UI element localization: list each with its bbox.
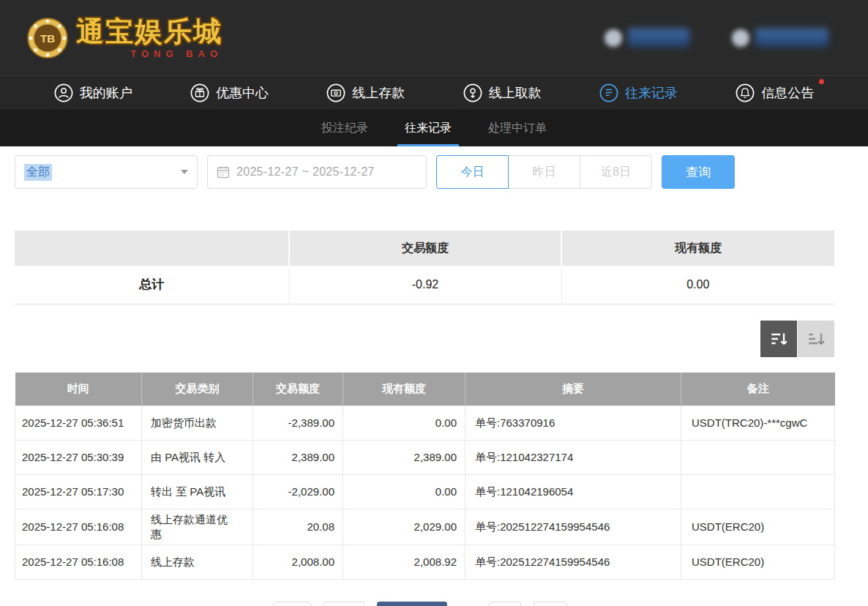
summary-total-row: 总计 -0.92 0.00 — [15, 266, 834, 304]
withdraw-icon — [463, 83, 482, 102]
redacted-username — [755, 29, 828, 48]
nav-item-transaction-records[interactable]: 往来记录 — [599, 83, 678, 102]
top-header: TB 通宝娱乐城 TONG BAO — [0, 0, 868, 75]
tab-betting-records[interactable]: 投注纪录 — [314, 110, 375, 146]
cell-type: 线上存款通道优惠 — [142, 509, 253, 545]
records-header-row: 时间 交易类别 交易额度 现有额度 摘要 备注 — [15, 373, 835, 406]
cell-type: 由 PA视讯 转入 — [142, 441, 253, 475]
col-header-summary: 摘要 — [465, 373, 681, 406]
col-header-amount: 交易额度 — [253, 373, 343, 406]
sort-ascending-button[interactable] — [798, 321, 834, 357]
user-area — [605, 29, 828, 48]
pagination-last-button[interactable] — [534, 602, 567, 606]
cell-amount: -2,029.00 — [253, 475, 343, 509]
user-account-group[interactable] — [732, 29, 828, 48]
records-tbody: 2025-12-27 05:36:51 加密货币出款 -2,389.00 0.0… — [15, 406, 835, 580]
nav-label: 往来记录 — [625, 84, 678, 102]
today-button[interactable]: 今日 — [436, 155, 509, 189]
tab-processing-orders[interactable]: 处理中订单 — [481, 110, 554, 146]
cell-summary: 单号:202512274159954546 — [465, 545, 681, 580]
type-select-value: 全部 — [24, 164, 52, 181]
cell-amount: 2,389.00 — [253, 441, 343, 475]
pagination-prev-button[interactable] — [323, 602, 364, 606]
cell-time: 2025-12-27 05:16:08 — [15, 509, 142, 545]
wallet-icon — [605, 29, 622, 47]
brand-logo: TB 通宝娱乐城 TONG BAO — [26, 17, 222, 59]
cell-balance: 2,008.92 — [343, 545, 465, 580]
date-range-value: 2025-12-27 ~ 2025-12-27 — [236, 165, 375, 179]
cell-amount: 20.08 — [253, 509, 343, 545]
user-balance-group[interactable] — [605, 29, 689, 48]
type-select[interactable]: 全部 — [15, 155, 198, 189]
pagination-next-button[interactable] — [489, 602, 521, 606]
sort-asc-icon — [807, 329, 826, 348]
summary-table: 交易额度 现有额度 总计 -0.92 0.00 — [15, 231, 834, 304]
logo-chip-icon: TB — [26, 17, 69, 59]
sort-desc-icon — [769, 329, 788, 348]
date-range-input[interactable]: 2025-12-27 ~ 2025-12-27 — [207, 155, 427, 189]
chevron-down-icon — [181, 170, 188, 174]
cell-summary: 单号:202512274159954546 — [465, 509, 681, 545]
pagination-first-button[interactable] — [273, 602, 311, 606]
notification-dot — [819, 79, 824, 84]
cell-time: 2025-12-27 05:36:51 — [15, 406, 142, 441]
tab-label: 处理中订单 — [488, 121, 547, 136]
sort-descending-button[interactable] — [760, 321, 797, 357]
summary-balance-total: 0.00 — [561, 266, 834, 304]
summary-total-label: 总计 — [15, 266, 289, 304]
tab-label: 投注纪录 — [321, 121, 368, 136]
nav-label: 线上存款 — [352, 84, 405, 102]
nav-item-my-account[interactable]: 我的账户 — [54, 83, 132, 102]
summary-header-empty — [15, 231, 289, 266]
nav-label: 优惠中心 — [216, 84, 269, 102]
cell-summary: 单号:763370916 — [465, 406, 681, 441]
cell-type: 加密货币出款 — [142, 406, 253, 441]
records-icon — [599, 83, 618, 102]
sub-nav: 投注纪录 往来记录 处理中订单 — [0, 110, 868, 146]
nav-item-promotions[interactable]: 优惠中心 — [190, 83, 269, 102]
summary-transaction-total: -0.92 — [289, 266, 561, 304]
calendar-icon — [217, 165, 230, 179]
main-nav: 我的账户 优惠中心 线上存款 线上取款 往来记录 — [0, 75, 868, 110]
pagination — [0, 602, 854, 606]
cell-amount: 2,008.00 — [253, 545, 343, 580]
cell-note: USDT(ERC20) — [681, 545, 835, 580]
search-button[interactable]: 查询 — [662, 155, 735, 189]
quick-date-group: 今日 昨日 近8日 — [436, 155, 652, 189]
last-8-days-button[interactable]: 近8日 — [580, 155, 652, 189]
pagination-page-select[interactable] — [377, 602, 447, 606]
sort-bar — [0, 321, 834, 357]
cell-summary: 单号:121042196054 — [465, 475, 681, 509]
yesterday-button[interactable]: 昨日 — [508, 155, 580, 189]
cell-balance: 2,029.00 — [343, 509, 465, 545]
cell-balance: 0.00 — [343, 406, 465, 441]
cell-time: 2025-12-27 05:30:39 — [15, 441, 142, 475]
nav-item-announcements[interactable]: 信息公告 — [736, 83, 814, 102]
cell-balance: 0.00 — [343, 475, 465, 509]
gift-icon — [190, 83, 209, 102]
summary-header-row: 交易额度 现有额度 — [15, 231, 834, 266]
nav-label: 信息公告 — [761, 84, 814, 102]
cell-note: USDT(ERC20) — [681, 509, 835, 545]
col-header-type: 交易类别 — [142, 373, 253, 406]
logo-badge-text: TB — [40, 32, 55, 45]
cell-type: 转出 至 PA视讯 — [142, 475, 253, 509]
table-row: 2025-12-27 05:36:51 加密货币出款 -2,389.00 0.0… — [15, 406, 835, 441]
table-row: 2025-12-27 05:30:39 由 PA视讯 转入 2,389.00 2… — [15, 441, 835, 475]
col-header-note: 备注 — [681, 373, 835, 406]
cell-time: 2025-12-27 05:17:30 — [15, 475, 142, 509]
nav-label: 我的账户 — [80, 84, 132, 102]
nav-item-online-deposit[interactable]: 线上存款 — [326, 83, 405, 102]
cell-type: 线上存款 — [142, 545, 253, 580]
table-row: 2025-12-27 05:16:08 线上存款通道优惠 20.08 2,029… — [15, 509, 835, 545]
cell-note — [681, 475, 835, 509]
nav-item-online-withdrawal[interactable]: 线上取款 — [463, 83, 542, 102]
table-row: 2025-12-27 05:16:08 线上存款 2,008.00 2,008.… — [15, 545, 835, 580]
user-icon — [54, 83, 73, 102]
logo-text: 通宝娱乐城 TONG BAO — [76, 18, 222, 59]
tab-transaction-records[interactable]: 往来记录 — [397, 110, 459, 146]
cell-balance: 2,389.00 — [343, 441, 465, 475]
tab-label: 往来记录 — [405, 121, 452, 136]
col-header-balance: 现有额度 — [343, 373, 465, 406]
cell-amount: -2,389.00 — [253, 406, 343, 441]
